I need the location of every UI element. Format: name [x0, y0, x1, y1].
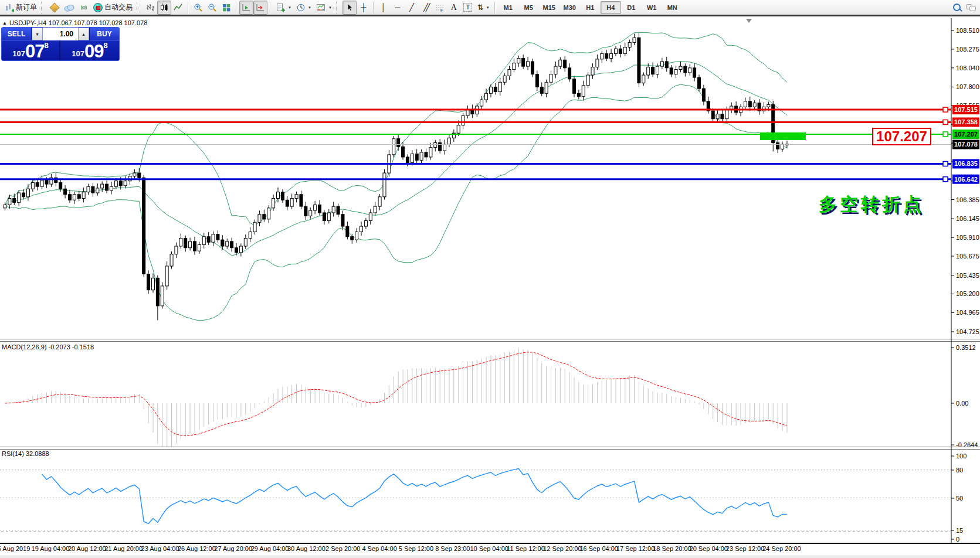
vertical-line-tool-button[interactable]: │ [377, 1, 391, 15]
timeframe-button-m5[interactable]: M5 [518, 1, 539, 14]
time-axis-label: 12 Sep 20:00 [543, 545, 581, 552]
channel-icon: ╱╱ [423, 4, 428, 11]
chart-ohlc-values: 107.067 107.078 107.028 107.078 [49, 19, 147, 26]
chat-icon [966, 4, 975, 11]
svg-text:108.040: 108.040 [956, 64, 979, 72]
rsi-axis[interactable]: 1008050150 [951, 452, 967, 543]
volume-input[interactable]: 1.00 [43, 28, 78, 40]
sell-button[interactable]: SELL [2, 28, 32, 40]
svg-text:106.385: 106.385 [956, 196, 979, 203]
buy-price[interactable]: 107098 [60, 40, 119, 61]
new-order-button[interactable]: 新订单 [2, 1, 39, 15]
fibonacci-tool-button[interactable]: F [433, 1, 447, 15]
toolbar-separator [236, 2, 237, 13]
cloud-icon [64, 4, 74, 12]
buy-price-prefix: 107 [72, 47, 84, 60]
signal-button[interactable] [77, 1, 91, 15]
svg-text:107.800: 107.800 [956, 83, 979, 90]
svg-text:108.510: 108.510 [956, 27, 979, 34]
toolbar-drag-handle [41, 2, 45, 13]
sell-price-point: 8 [44, 42, 48, 49]
bollinger-bands [5, 33, 787, 321]
time-axis-label: 18 Sep 20:00 [653, 545, 691, 552]
svg-text:107.207: 107.207 [954, 131, 978, 138]
sell-price[interactable]: 107078 [2, 40, 60, 61]
one-click-collapse-arrow[interactable]: ▲ [2, 21, 7, 26]
sell-price-pips: 07 [25, 43, 44, 60]
volume-decrease-button[interactable]: ▼ [32, 28, 43, 40]
time-axis-label: 5 Aug 2019 [0, 545, 30, 552]
auto-scroll-icon [242, 3, 251, 12]
text-tool-icon: A [451, 4, 457, 11]
horizontal-line-tool-button[interactable]: ─ [391, 1, 405, 15]
svg-text:15: 15 [956, 527, 963, 534]
mt4-terminal: { "toolbar": { "new_order_label": "新订单",… [0, 0, 980, 558]
bar-chart-button[interactable] [143, 1, 157, 15]
volume-increase-button[interactable]: ▲ [78, 28, 89, 40]
profiles-button[interactable] [48, 1, 62, 15]
crosshair-tool-button[interactable]: ┼ [357, 1, 371, 15]
line-chart-icon [174, 3, 183, 12]
timeframe-button-m15[interactable]: M15 [539, 1, 559, 14]
indicators-button[interactable]: ▼ [273, 1, 294, 15]
trendline-icon: ╱ [409, 4, 414, 11]
time-axis-label: 23 Aug 04:00 [141, 545, 179, 552]
toolbar-separator [270, 2, 271, 13]
periods-button[interactable]: ▼ [294, 1, 314, 15]
chart-shift-icon [256, 3, 265, 12]
timeframe-button-d1[interactable]: D1 [621, 1, 642, 14]
zoom-out-icon [208, 3, 217, 12]
zoom-in-button[interactable] [191, 1, 205, 15]
zoom-out-button[interactable] [205, 1, 219, 15]
candlestick-chart-button[interactable] [157, 1, 171, 15]
timeframe-button-mn[interactable]: MN [662, 1, 683, 14]
price-callout-box[interactable]: 107.207 [872, 128, 931, 145]
auto-scroll-button[interactable] [239, 1, 253, 15]
chat-button[interactable] [964, 1, 978, 15]
time-axis-label: 8 Sep 23:00 [435, 545, 470, 552]
text-label-tool-button[interactable]: T [461, 1, 475, 15]
templates-button[interactable]: ▼ [314, 1, 334, 15]
timeframe-button-m1[interactable]: M1 [498, 1, 518, 14]
timeframe-button-h1[interactable]: H1 [580, 1, 601, 14]
chart-symbol-timeframe: USDJPY-,H4 [9, 19, 46, 26]
channel-tool-button[interactable]: ╱╱ [419, 1, 433, 15]
cursor-icon [345, 3, 354, 12]
turning-point-annotation[interactable]: 多空转折点 [819, 192, 924, 217]
rsi-levels [0, 470, 951, 530]
timeframe-button-h4[interactable]: H4 [601, 1, 621, 14]
text-label-icon: T [463, 3, 472, 12]
svg-text:104.725: 104.725 [956, 328, 979, 335]
buy-button[interactable]: BUY [89, 28, 119, 40]
toolbar-separator [494, 2, 496, 13]
chart-shift-marker[interactable] [746, 19, 752, 23]
rsi-indicator-label: RSI(14) 32.0888 [2, 450, 49, 457]
zoom-in-icon [194, 3, 203, 12]
current-price-line: 107.078 [0, 140, 979, 149]
cursor-tool-button[interactable] [343, 1, 357, 15]
timeframe-button-w1[interactable]: W1 [642, 1, 662, 14]
main-toolbar: 新订单 自动交易 ▼ ▼ [0, 0, 980, 16]
arrows-tool-icon: ⇅ [477, 4, 484, 11]
time-axis-label: 20 Sep 04:00 [690, 545, 728, 552]
clock-icon [296, 3, 306, 12]
text-tool-button[interactable]: A [447, 1, 461, 15]
svg-text:0: 0 [956, 536, 959, 543]
vertical-line-icon: │ [381, 4, 386, 11]
line-chart-button[interactable] [171, 1, 185, 15]
chart-shift-button[interactable] [253, 1, 267, 15]
arrows-tool-button[interactable]: ⇅ ▼ [475, 1, 492, 15]
toolbar-separator [188, 2, 189, 13]
time-axis-label: 29 Aug 04:00 [251, 545, 289, 552]
fibonacci-icon: F [435, 3, 445, 12]
timeframe-button-m30[interactable]: M30 [559, 1, 580, 14]
macd-axis[interactable]: 0.35120.00-0.2644 [951, 344, 978, 448]
svg-text:80: 80 [956, 467, 963, 474]
tile-windows-button[interactable] [219, 1, 233, 15]
data-window-button[interactable] [62, 1, 77, 15]
time-axis[interactable]: 5 Aug 201919 Aug 04:0020 Aug 12:0021 Aug… [0, 545, 980, 555]
auto-trading-button[interactable]: 自动交易 [91, 1, 135, 15]
time-axis-label: 17 Sep 12:00 [616, 545, 655, 552]
search-button[interactable] [950, 1, 964, 15]
trendline-tool-button[interactable]: ╱ [405, 1, 419, 15]
